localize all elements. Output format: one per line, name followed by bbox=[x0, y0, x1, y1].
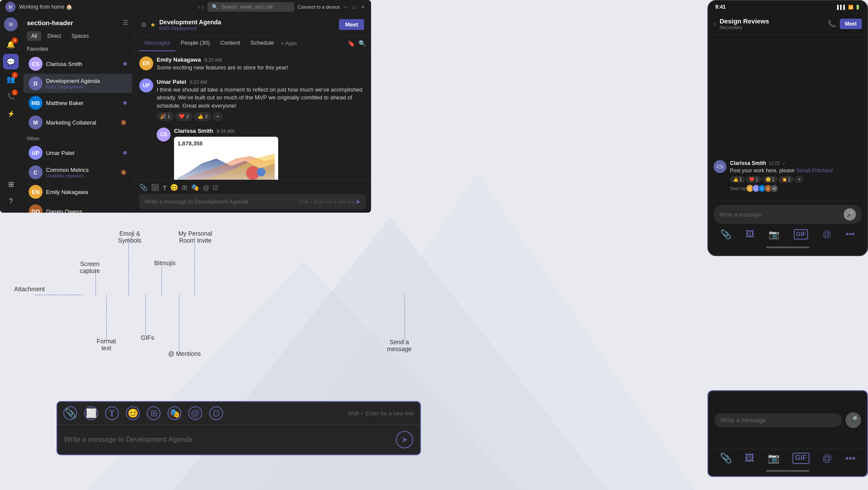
phone-bottom-gif-icon[interactable]: GIF bbox=[792, 453, 809, 464]
nav-tab-all[interactable]: All bbox=[27, 31, 41, 41]
phone-camera-icon[interactable]: 📷 bbox=[769, 229, 779, 240]
phone-seen-label: Seen by bbox=[730, 186, 746, 191]
phone-bottom-at-icon[interactable]: @ bbox=[822, 453, 832, 464]
room-icon[interactable]: ⊡ bbox=[213, 184, 218, 191]
phone-reaction-heart[interactable]: ❤️ 1 bbox=[746, 176, 761, 183]
gif-icon[interactable]: ⊞ bbox=[182, 184, 187, 191]
sidebar-item-umar-patel[interactable]: UP Umar Patel bbox=[23, 143, 132, 162]
phone-bottom-camera-icon[interactable]: 📷 bbox=[768, 453, 779, 464]
zoom-gif-icon[interactable]: ⊞ bbox=[147, 406, 161, 420]
phone-meet-button[interactable]: Meet bbox=[840, 19, 862, 29]
phone-clarissa-time: 11:23 bbox=[769, 161, 779, 166]
phone-back-button[interactable]: ‹ bbox=[713, 19, 716, 28]
phone-bottom-more-icon[interactable]: ••• bbox=[845, 453, 855, 464]
attach-icon[interactable]: 📎 bbox=[139, 184, 148, 191]
connect-device-button[interactable]: Connect to a device bbox=[298, 4, 340, 10]
search-bar[interactable]: 🔍 Search, meet, and call bbox=[207, 2, 294, 12]
sidebar-item-marketing-collateral[interactable]: M Marketing Collateral 🔕 bbox=[23, 113, 132, 132]
phone-reaction-smile[interactable]: 😊 1 bbox=[763, 176, 777, 183]
phone-gif-icon[interactable]: GIF bbox=[794, 229, 808, 240]
rail-chat[interactable]: 💬 bbox=[3, 54, 19, 69]
zoom-screen-icon[interactable]: ⬜ bbox=[84, 406, 98, 420]
zoom-format-icon[interactable]: T bbox=[105, 406, 119, 420]
nav-back[interactable]: ‹ bbox=[198, 3, 200, 10]
line-at-v bbox=[179, 295, 180, 352]
settings-icon[interactable]: ⚙ bbox=[141, 21, 147, 28]
reaction-party[interactable]: 🎉 1 bbox=[157, 112, 174, 121]
phone-reaction-boom[interactable]: 💥 1 bbox=[779, 176, 793, 183]
phone-bottom-attach-icon[interactable]: 📎 bbox=[720, 453, 732, 464]
add-apps-tab[interactable]: + Apps bbox=[281, 40, 297, 46]
search-chat-icon[interactable]: 🔍 bbox=[358, 40, 366, 47]
nav-tab-direct[interactable]: Direct bbox=[43, 31, 65, 41]
phone-reaction-thumbs[interactable]: 👍 1 bbox=[730, 176, 745, 183]
phone-attach-icon[interactable]: 📎 bbox=[720, 229, 731, 240]
close-button[interactable]: ✕ bbox=[360, 4, 366, 10]
rail-activity[interactable]: 🔔 4 bbox=[3, 36, 19, 52]
zoom-at-icon[interactable]: @ bbox=[188, 406, 202, 420]
phone-bottom-photo-icon[interactable]: 🖼 bbox=[745, 453, 754, 464]
sidebar-item-matthew-baker[interactable]: MB Matthew Baker bbox=[23, 93, 132, 112]
chat-tab-messages[interactable]: Messages bbox=[139, 36, 175, 51]
emily-msg-time: 8:20 AM bbox=[204, 57, 222, 62]
rail-calls[interactable]: 📞 1 bbox=[3, 89, 19, 104]
nav-tab-spaces[interactable]: Spaces bbox=[67, 31, 93, 41]
meet-button[interactable]: Meet bbox=[339, 19, 364, 30]
phone-mic-button[interactable]: 🎤 bbox=[844, 208, 856, 220]
bookmark-icon[interactable]: 🔖 bbox=[348, 40, 355, 47]
user-avatar[interactable]: M bbox=[5, 2, 16, 12]
send-button[interactable]: ➤ bbox=[355, 197, 361, 206]
zoom-attach-icon[interactable]: 📎 bbox=[63, 406, 77, 420]
annotation-room: My PersonalRoom Invite bbox=[174, 230, 217, 244]
reaction-thumbs[interactable]: 👍 2 bbox=[194, 112, 211, 121]
phone-bottom-input-box[interactable]: Write a message bbox=[714, 413, 842, 427]
dev-agenda-avatar: D bbox=[29, 76, 43, 90]
sidebar-item-common-metrics[interactable]: C Common Metrics Usability research 🔕 bbox=[23, 163, 132, 182]
sidebar-item-emily-nakagawa[interactable]: EN Emily Nakagawa bbox=[23, 182, 132, 201]
nav-filter-icon[interactable]: ☰ bbox=[123, 19, 128, 26]
phone-bottom-mic[interactable]: 🎤 bbox=[845, 412, 861, 428]
reaction-heart[interactable]: ❤️ 2 bbox=[175, 112, 192, 121]
rail-apps[interactable]: ⊞ bbox=[3, 176, 19, 192]
phone-at-icon[interactable]: @ bbox=[822, 229, 831, 240]
sidebar-item-development-agenda[interactable]: D Development Agenda ENG Deployment bbox=[23, 74, 132, 93]
phone-input-placeholder: Write a message bbox=[720, 211, 844, 218]
sidebar-item-clarissa-smith[interactable]: CS Clarissa Smith bbox=[23, 54, 132, 73]
zoom-shift-hint: Shift + Enter for a new line bbox=[230, 410, 414, 417]
chat-tab-schedule[interactable]: Schedule bbox=[245, 36, 279, 51]
emoji-icon[interactable]: 😊 bbox=[170, 184, 178, 191]
rail-teams[interactable]: 👥 1 bbox=[3, 71, 19, 87]
chat-tab-content[interactable]: Content bbox=[215, 36, 245, 51]
sidebar-item-darren-owens[interactable]: DO Darren Owens bbox=[23, 202, 132, 213]
phone-reaction-add[interactable]: + bbox=[795, 176, 803, 183]
rail-workflows[interactable]: ⚡ bbox=[3, 106, 19, 122]
chat-panel: ⚙ ★ Development Agenda ENG Deployment Me… bbox=[134, 14, 371, 213]
zoom-emoji-icon[interactable]: 😊 bbox=[126, 406, 140, 420]
darren-avatar: DO bbox=[29, 204, 43, 213]
zoom-room-icon[interactable]: ⊡ bbox=[209, 406, 223, 420]
chat-tab-icons: 🔖 🔍 bbox=[348, 40, 366, 47]
star-icon[interactable]: ★ bbox=[150, 21, 156, 28]
bitmoji-icon[interactable]: 🎭 bbox=[191, 184, 199, 191]
rail-avatar[interactable]: M bbox=[4, 17, 18, 31]
format-icon[interactable]: T bbox=[163, 184, 167, 191]
umar-avatar: UP bbox=[29, 146, 43, 160]
zoom-input-row[interactable]: Write a message to Development Agenda ➤ bbox=[57, 425, 420, 454]
phone-more-icon[interactable]: ••• bbox=[845, 229, 855, 240]
phone-photo-icon[interactable]: 🖼 bbox=[746, 229, 754, 240]
screen-icon[interactable]: ⬛ bbox=[151, 184, 159, 191]
zoom-send-button[interactable]: ➤ bbox=[396, 431, 413, 448]
chat-tab-people[interactable]: People (30) bbox=[175, 36, 215, 51]
message-umar: UP Umar Patel 8:23 AM I think we should … bbox=[139, 79, 366, 121]
nav-forward[interactable]: › bbox=[202, 3, 204, 10]
reaction-add[interactable]: + bbox=[213, 112, 223, 121]
at-icon[interactable]: @ bbox=[203, 184, 209, 191]
maximize-button[interactable]: □ bbox=[351, 4, 357, 10]
rail-help[interactable]: ? bbox=[3, 194, 19, 209]
line-emoji-v bbox=[128, 238, 129, 296]
minimize-button[interactable]: ─ bbox=[342, 4, 349, 10]
zoom-bitmoji-icon[interactable]: 🎭 bbox=[168, 406, 181, 420]
phone-input-box[interactable]: Write a message 🎤 bbox=[713, 205, 862, 224]
phone-chat-call-icon[interactable]: 📞 bbox=[828, 20, 836, 28]
chat-input-box[interactable]: Write a message to Development Agenda Sh… bbox=[139, 194, 366, 209]
